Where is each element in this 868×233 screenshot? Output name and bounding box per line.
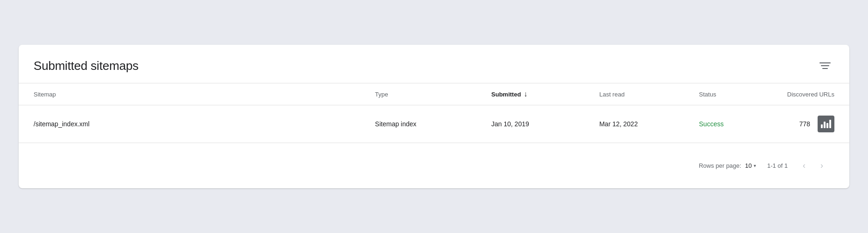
filter-icon bbox=[819, 62, 831, 70]
table-header-row: Sitemap Type Submitted ↓ Last read Statu… bbox=[19, 83, 849, 105]
filter-button[interactable] bbox=[816, 58, 834, 74]
col-header-type: Type bbox=[368, 83, 484, 105]
prev-page-button[interactable]: ‹ bbox=[799, 159, 809, 172]
rows-per-page-control: Rows per page: 10 ▾ bbox=[699, 162, 756, 169]
col-header-last-read: Last read bbox=[592, 83, 692, 105]
prev-page-icon: ‹ bbox=[803, 161, 805, 171]
col-header-sitemap: Sitemap bbox=[19, 83, 368, 105]
cell-status: Success bbox=[692, 105, 775, 143]
rows-per-page-label: Rows per page: bbox=[699, 162, 741, 169]
bar-chart-icon bbox=[821, 120, 831, 128]
cell-last-read: Mar 12, 2022 bbox=[592, 105, 692, 143]
cell-sitemap: /sitemap_index.xml bbox=[19, 105, 368, 143]
col-header-status: Status bbox=[692, 83, 775, 105]
submitted-sitemaps-card: Submitted sitemaps Sitemap Type Submitte… bbox=[19, 45, 849, 188]
pagination-row: Rows per page: 10 ▾ 1-1 of 1 ‹ › bbox=[19, 143, 849, 189]
next-page-button[interactable]: › bbox=[817, 159, 827, 172]
discovered-count: 778 bbox=[799, 120, 810, 128]
col-header-discovered-urls: Discovered URLs bbox=[775, 83, 849, 105]
cell-submitted: Jan 10, 2019 bbox=[484, 105, 592, 143]
sort-arrow-icon: ↓ bbox=[524, 90, 527, 98]
sitemaps-table: Sitemap Type Submitted ↓ Last read Statu… bbox=[19, 83, 849, 188]
chevron-down-icon: ▾ bbox=[754, 163, 756, 168]
page-info: 1-1 of 1 bbox=[767, 162, 788, 169]
col-header-submitted[interactable]: Submitted ↓ bbox=[484, 83, 592, 105]
pagination-area: Rows per page: 10 ▾ 1-1 of 1 ‹ › bbox=[26, 153, 842, 178]
next-page-icon: › bbox=[820, 161, 823, 171]
card-header: Submitted sitemaps bbox=[19, 45, 849, 83]
bar-chart-button[interactable] bbox=[818, 116, 834, 132]
page-title: Submitted sitemaps bbox=[34, 59, 139, 73]
table-row: /sitemap_index.xml Sitemap index Jan 10,… bbox=[19, 105, 849, 143]
rows-per-page-value: 10 bbox=[745, 162, 751, 169]
cell-type: Sitemap index bbox=[368, 105, 484, 143]
rows-per-page-select[interactable]: 10 ▾ bbox=[745, 162, 756, 169]
cell-discovered-urls: 778 bbox=[775, 105, 849, 143]
